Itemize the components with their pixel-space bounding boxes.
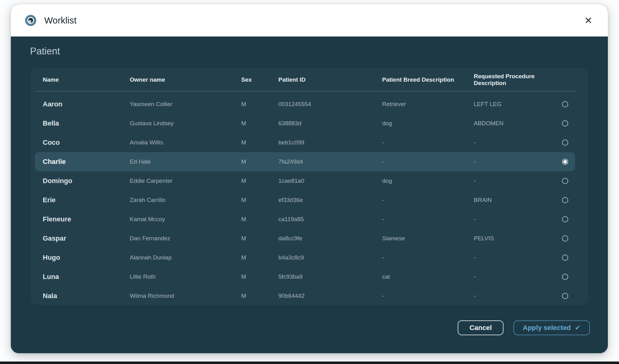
table-row[interactable]: Charlie Ed Hale M 7fa249d4 - - <box>35 152 575 171</box>
row-radio-button[interactable] <box>562 159 568 165</box>
cell-select <box>555 216 575 222</box>
table-row[interactable]: Nala Wilma Richmond M 90b64442 - - <box>35 286 575 305</box>
checkmark-icon: ✔ <box>575 324 581 332</box>
cell-patient-id: 638883d <box>278 120 382 127</box>
row-radio-button[interactable] <box>562 139 568 146</box>
app-logo-icon <box>25 15 36 26</box>
row-radio-button[interactable] <box>562 293 568 299</box>
cell-name: Nala <box>43 292 130 300</box>
cell-select <box>555 139 575 146</box>
cell-select <box>555 101 575 107</box>
cell-patient-id: b4a3c8c9 <box>278 254 382 261</box>
cell-sex: M <box>241 101 278 108</box>
cancel-button[interactable]: Cancel <box>458 320 503 335</box>
cell-select <box>555 235 575 242</box>
cell-owner: Eddie Carpenter <box>130 178 241 184</box>
table-row[interactable]: Gaspar Dan Fernandez M da8cc9fe Siamese … <box>35 229 575 248</box>
cell-owner: Lillie Roth <box>130 273 241 280</box>
window-title: Worklist <box>44 15 76 26</box>
cell-sex: M <box>241 197 278 203</box>
cell-owner: Gustavo Lindsey <box>130 120 241 127</box>
column-header-breed: Patient Breed Description <box>382 76 474 83</box>
table-header-row: Name Owner name Sex Patient ID Patient B… <box>35 68 575 92</box>
table-row[interactable]: Bella Gustavo Lindsey M 638883d dog ABDO… <box>35 114 575 133</box>
cell-breed: Retriever <box>382 101 474 108</box>
apply-selected-button[interactable]: Apply selected ✔ <box>513 320 590 335</box>
table-row[interactable]: Fleneure Kamal Mccoy M ca119a85 - - <box>35 210 575 229</box>
row-radio-button[interactable] <box>562 274 568 280</box>
row-radio-button[interactable] <box>562 197 568 203</box>
cell-breed: Siamese <box>382 235 474 242</box>
row-radio-button[interactable] <box>562 101 568 107</box>
table-row[interactable]: Domingo Eddie Carpenter M 1cae81a0 dog - <box>35 171 575 191</box>
cell-patient-id: beb1c099 <box>278 139 382 146</box>
cell-procedure: - <box>474 273 555 280</box>
table-row[interactable]: Coco Amalia Willis M beb1c099 - - <box>35 133 575 152</box>
close-icon[interactable]: ✕ <box>582 15 595 27</box>
table-row[interactable]: Hugo Alannah Dunlap M b4a3c8c9 - - <box>35 248 575 267</box>
cell-sex: M <box>241 216 278 223</box>
section-title: Patient <box>30 46 60 57</box>
cell-patient-id: 1cae81a0 <box>278 178 382 184</box>
cell-procedure: ABDOMEN <box>474 120 555 127</box>
cell-breed: - <box>382 254 474 261</box>
cell-name: Gaspar <box>43 234 130 242</box>
cell-name: Coco <box>43 139 130 147</box>
cell-sex: M <box>241 235 278 242</box>
worklist-dialog: Worklist ✕ Patient Name Owner name Sex P… <box>11 4 608 353</box>
column-header-patient-id: Patient ID <box>278 76 382 83</box>
dialog-footer: Cancel Apply selected ✔ <box>458 320 590 335</box>
table-row[interactable]: Aaron Yasmeen Collier M 0031245554 Retri… <box>35 95 575 114</box>
cell-owner: Dan Fernandez <box>130 235 241 242</box>
cell-patient-id: 7fa249d4 <box>278 158 382 165</box>
apply-selected-label: Apply selected <box>523 324 571 332</box>
cell-select <box>555 293 575 299</box>
row-radio-button[interactable] <box>562 216 568 222</box>
cell-owner: Wilma Richmond <box>130 293 241 299</box>
row-radio-button[interactable] <box>562 255 568 261</box>
cell-procedure: - <box>474 158 555 165</box>
row-radio-button[interactable] <box>562 235 568 242</box>
cell-select <box>555 178 575 184</box>
cell-procedure: - <box>474 254 555 261</box>
table-body: Aaron Yasmeen Collier M 0031245554 Retri… <box>31 92 588 305</box>
cell-select <box>555 255 575 261</box>
cell-patient-id: da8cc9fe <box>278 235 382 242</box>
cell-breed: - <box>382 216 474 223</box>
cell-name: Aaron <box>43 100 130 108</box>
cell-name: Charlie <box>43 158 130 166</box>
cell-name: Domingo <box>43 177 130 185</box>
logo-glint <box>28 20 31 23</box>
cell-name: Fleneure <box>43 215 130 223</box>
cell-patient-id: 90b64442 <box>278 293 382 299</box>
cell-name: Hugo <box>43 254 130 262</box>
cell-owner: Alannah Dunlap <box>130 254 241 261</box>
cell-sex: M <box>241 254 278 261</box>
table-row[interactable]: Luna Lillie Roth M 5fc93ba9 cat - <box>35 267 575 286</box>
cell-procedure: - <box>474 139 555 146</box>
table-row[interactable]: Erie Zarah Carrillo M ef33d36e - BRAIN <box>35 191 575 210</box>
cell-breed: dog <box>382 120 474 127</box>
column-header-name: Name <box>43 76 130 83</box>
dialog-body: Patient Name Owner name Sex Patient ID P… <box>11 36 608 353</box>
cell-owner: Ed Hale <box>130 158 241 165</box>
cell-patient-id: 5fc93ba9 <box>278 273 382 280</box>
row-radio-button[interactable] <box>562 120 568 126</box>
cell-select <box>555 274 575 280</box>
cell-procedure: LEFT LEG <box>474 101 555 108</box>
column-header-procedure: Requested Procedure Description <box>474 73 555 87</box>
cell-select <box>555 159 575 165</box>
cell-name: Erie <box>43 196 130 204</box>
cell-owner: Zarah Carrillo <box>130 197 241 203</box>
cell-procedure: - <box>474 216 555 223</box>
column-header-owner: Owner name <box>130 76 241 83</box>
cell-owner: Yasmeen Collier <box>130 101 241 108</box>
row-radio-button[interactable] <box>562 178 568 184</box>
cell-patient-id: 0031245554 <box>278 101 382 108</box>
cell-sex: M <box>241 273 278 280</box>
cell-breed: - <box>382 197 474 203</box>
cell-procedure: - <box>474 293 555 299</box>
dialog-titlebar: Worklist ✕ <box>11 4 608 36</box>
cell-select <box>555 120 575 126</box>
bottom-edge-strip <box>0 362 619 364</box>
